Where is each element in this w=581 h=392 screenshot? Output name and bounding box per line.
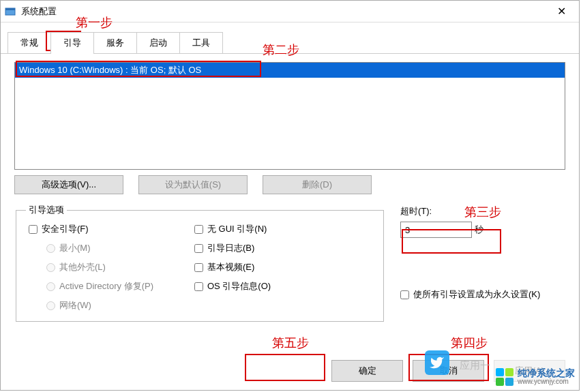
permanent-checkbox[interactable]: 使所有引导设置成为永久设置(K) bbox=[400, 288, 565, 301]
tab-boot[interactable]: 引导 bbox=[50, 32, 94, 53]
msconfig-window: 系统配置 ✕ 常规 引导 服务 启动 工具 Windows 10 (C:\Win… bbox=[0, 0, 580, 391]
boot-options-legend: 引导选项 bbox=[26, 204, 67, 216]
permanent-input[interactable] bbox=[400, 290, 409, 299]
set-default-button: 设为默认值(S) bbox=[138, 175, 248, 194]
svg-rect-1 bbox=[5, 8, 15, 10]
boot-entries-list[interactable]: Windows 10 (C:\Windows) : 当前 OS; 默认 OS bbox=[14, 62, 565, 170]
safe-network-input bbox=[46, 301, 55, 310]
delete-button: 删除(D) bbox=[263, 175, 372, 194]
annotation-step5: 第五步 bbox=[272, 335, 309, 351]
os-boot-info-input[interactable] bbox=[194, 282, 203, 291]
os-boot-info-checkbox[interactable]: OS 引导信息(O) bbox=[194, 280, 271, 292]
tab-content: Windows 10 (C:\Windows) : 当前 OS; 默认 OS 高… bbox=[1, 54, 579, 329]
safe-ad-radio: Active Directory 修复(P) bbox=[29, 280, 153, 292]
base-video-input[interactable] bbox=[194, 263, 203, 272]
timeout-unit: 秒 bbox=[475, 224, 483, 236]
advanced-options-button[interactable]: 高级选项(V)... bbox=[14, 175, 123, 194]
titlebar: 系统配置 ✕ bbox=[1, 1, 579, 22]
safe-ad-input bbox=[46, 282, 55, 291]
safe-minimal-radio: 最小(M) bbox=[29, 242, 153, 254]
lower-section: 引导选项 安全引导(F) 最小(M) 其他外壳(L) bbox=[14, 204, 565, 322]
safe-network-radio: 网络(W) bbox=[29, 299, 153, 312]
no-gui-checkbox[interactable]: 无 GUI 引导(N) bbox=[194, 223, 271, 235]
tab-strip: 常规 引导 服务 启动 工具 bbox=[1, 22, 579, 54]
cancel-button[interactable]: 取消 bbox=[413, 360, 484, 382]
no-gui-input[interactable] bbox=[194, 225, 203, 234]
boot-options-group: 引导选项 安全引导(F) 最小(M) 其他外壳(L) bbox=[16, 204, 384, 322]
boot-log-input[interactable] bbox=[194, 244, 203, 253]
ok-button[interactable]: 确定 bbox=[331, 360, 403, 382]
annotation-step4: 第四步 bbox=[451, 335, 488, 351]
tab-startup[interactable]: 启动 bbox=[136, 32, 180, 53]
tab-tools[interactable]: 工具 bbox=[179, 32, 223, 53]
apply-button[interactable]: 应用(A) bbox=[494, 360, 565, 382]
safe-altshell-radio: 其他外壳(L) bbox=[29, 261, 153, 273]
timeout-input[interactable] bbox=[400, 222, 472, 238]
boot-action-buttons: 高级选项(V)... 设为默认值(S) 删除(D) bbox=[14, 175, 565, 194]
window-title: 系统配置 bbox=[21, 5, 548, 18]
dialog-footer: 确定 取消 应用(A) bbox=[14, 360, 565, 382]
timeout-label: 超时(T): bbox=[400, 205, 565, 217]
close-button[interactable]: ✕ bbox=[548, 2, 575, 21]
safe-boot-checkbox[interactable]: 安全引导(F) bbox=[29, 223, 153, 235]
boot-entry-selected[interactable]: Windows 10 (C:\Windows) : 当前 OS; 默认 OS bbox=[15, 63, 565, 78]
timeout-section: 超时(T): 秒 使所有引导设置成为永久设置(K) bbox=[400, 204, 565, 322]
tab-general[interactable]: 常规 bbox=[8, 32, 51, 53]
tab-services[interactable]: 服务 bbox=[93, 32, 137, 53]
safe-boot-input[interactable] bbox=[29, 225, 38, 234]
boot-log-checkbox[interactable]: 引导日志(B) bbox=[194, 242, 271, 254]
safe-minimal-input bbox=[46, 244, 55, 253]
safe-altshell-input bbox=[46, 263, 55, 272]
app-icon bbox=[5, 6, 16, 17]
base-video-checkbox[interactable]: 基本视频(E) bbox=[194, 261, 271, 273]
